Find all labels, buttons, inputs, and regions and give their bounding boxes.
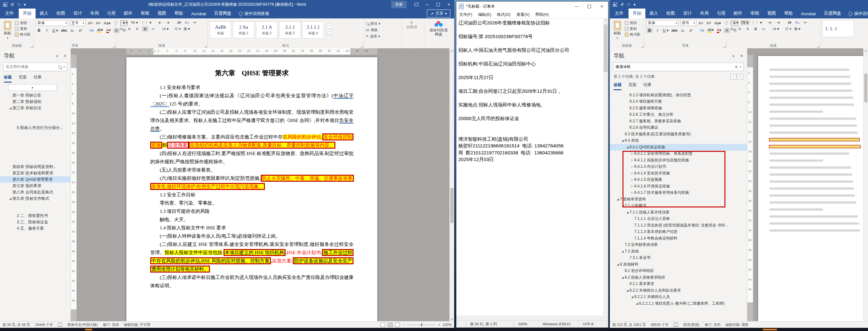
word-count[interactable]: 26449 个字	[35, 323, 53, 327]
collapse-icon[interactable]: ◢	[625, 211, 629, 214]
menu-item-3[interactable]: 查看(V)	[514, 12, 533, 18]
clipboard-dialog-launcher[interactable]	[30, 45, 33, 48]
tab-8[interactable]: 审阅	[746, 8, 763, 19]
proofing-icon[interactable]	[58, 323, 62, 327]
nav-item[interactable]: 7.1.1.3 基本存款账户信息	[610, 229, 747, 235]
nav-item[interactable]: 第四章 招标说明及资料...	[0, 163, 70, 170]
text-effects-button[interactable]: A▾	[699, 28, 705, 33]
nav-item[interactable]: 4 五、服务方案	[0, 225, 70, 232]
font-size-combo[interactable]: 五号▾	[70, 20, 86, 26]
collapse-icon[interactable]: ◢	[8, 197, 12, 200]
underline-button[interactable]: U ▾	[662, 28, 669, 33]
collapse-icon[interactable]: ◢	[625, 289, 629, 292]
tab-3[interactable]: 绘图	[662, 8, 679, 19]
zoom-level[interactable]: 100%	[443, 323, 452, 327]
align-left-button[interactable]: ≡	[728, 26, 735, 31]
accessibility-indicator[interactable]: 辅助功能: 不可用	[124, 323, 150, 327]
tab-file[interactable]: 文件	[0, 8, 19, 19]
styles-up-button[interactable]: ˄	[327, 24, 332, 29]
document-page[interactable]	[758, 56, 863, 322]
tab-6[interactable]: 引用	[713, 8, 730, 19]
tell-me-search[interactable]: 操作说明搜索	[845, 11, 868, 19]
maximize-button[interactable]	[433, 0, 443, 9]
multilevel-list-button[interactable]: ⋮⋮ ▾	[751, 20, 763, 25]
tab-9[interactable]: 视图	[153, 8, 170, 19]
nav-pane-close-icon[interactable]: ✕	[64, 54, 67, 58]
highlight-color-button[interactable]: ab▾	[707, 27, 714, 33]
style-card[interactable]: AaBb标题	[210, 21, 231, 38]
tab-12[interactable]: 百度网盘	[820, 8, 845, 19]
strikethrough-button[interactable]: abc	[671, 28, 678, 33]
styles-more-button[interactable]: ≡	[327, 35, 332, 40]
increase-indent-button[interactable]: ⇥	[165, 20, 171, 25]
menu-item-4[interactable]: 帮助(H)	[532, 12, 551, 18]
tab-10[interactable]: 帮助	[170, 8, 187, 19]
tab-6[interactable]: 引用	[103, 8, 120, 19]
nav-item[interactable]: ◢7.3 其他	[610, 248, 747, 255]
styles-down-button[interactable]: ˅	[327, 29, 332, 34]
tell-me-search[interactable]: 操作说明搜索	[236, 11, 273, 19]
scrollbar-thumb[interactable]	[604, 25, 608, 72]
numbering-button[interactable]: ⅟≡ ▾	[740, 20, 749, 25]
copy-button[interactable]: 复制	[625, 26, 640, 31]
collapse-icon[interactable]: ◢	[635, 302, 639, 305]
font-name-combo[interactable]: 宋体▾	[646, 20, 679, 26]
asian-layout-button[interactable]: ᴀ̂▾	[176, 20, 182, 25]
nav-item[interactable]: ◢8.2.2.1 关键岗位人员	[610, 294, 747, 301]
expand-icon[interactable]: ▷	[630, 159, 634, 162]
highlight-color-button[interactable]: ab▾	[96, 27, 103, 33]
zoom-slider[interactable]	[407, 325, 435, 325]
share-button[interactable]: ⇗共享 ▾	[427, 9, 451, 18]
tab-11[interactable]: Acrobat	[187, 9, 210, 19]
align-left-button[interactable]: ≡	[118, 26, 124, 31]
bullets-button[interactable]: ⋮≡ ▾	[728, 20, 739, 25]
language-indicator[interactable]: 英语(美国)	[683, 323, 700, 327]
nav-item[interactable]: ◢第三章 评标办法	[0, 105, 70, 111]
tab-file[interactable]: 文件	[610, 8, 628, 19]
numbering-button[interactable]: ⅟≡ ▾	[130, 20, 138, 25]
scrollbar-thumb[interactable]	[864, 74, 867, 102]
clear-search-icon[interactable]: ✕	[735, 65, 738, 69]
show-marks-button[interactable]: ↵	[802, 20, 809, 25]
print-layout-icon[interactable]	[388, 323, 393, 327]
nav-search-input[interactable]: 在文档中搜索 ▾	[3, 63, 67, 71]
proofing-icon[interactable]	[674, 323, 678, 327]
borders-button[interactable]: ⊞ ▾	[794, 26, 801, 31]
italic-button[interactable]: I	[654, 28, 661, 33]
increase-indent-button[interactable]: ⇥	[775, 20, 782, 25]
nav-tab-2[interactable]: 结果	[34, 74, 41, 83]
bold-button[interactable]: B	[646, 28, 653, 33]
sign-in-button[interactable]: 登录	[391, 1, 406, 8]
nav-top-item[interactable]: ▲	[8, 84, 57, 91]
redo-icon[interactable]: ↻	[17, 3, 21, 7]
nav-item[interactable]: ◢7.1.1 投标人基本情况表	[610, 209, 747, 216]
nav-item[interactable]: 3 三、投标保证金	[0, 219, 70, 225]
nav-item[interactable]: 第一章 招标公告	[0, 92, 70, 98]
vertical-ruler[interactable]: 2468101214161820222426283032343638404244…	[71, 55, 76, 322]
expand-icon[interactable]: ▷	[630, 191, 634, 194]
nav-item[interactable]: 7.1.1.1 企业法人资格	[610, 216, 747, 222]
tab-2[interactable]: 插入	[36, 8, 53, 19]
qat-customize-icon[interactable]: ▾	[24, 3, 26, 7]
document-page[interactable]: 第六章 QHSE 管理要求 1.1 安全标准与要求(一)投标人遵循国家法律法规以…	[126, 57, 377, 322]
superscript-button[interactable]: x²	[688, 28, 694, 33]
ribbon-display-options-button[interactable]	[411, 0, 422, 9]
bold-button[interactable]: B	[36, 28, 42, 33]
collapse-icon[interactable]: ◢	[621, 204, 625, 207]
style-card[interactable]: 2 Aa标题 1	[233, 21, 254, 38]
underline-button[interactable]: U ▾	[52, 28, 59, 33]
bullets-button[interactable]: ⋮≡ ▾	[118, 20, 128, 25]
save-to-baidu-button[interactable]: 保存到百度网盘	[426, 20, 451, 43]
next-result-button[interactable]: ˅	[737, 74, 743, 80]
nav-pane-options-icon[interactable]: ∨	[732, 54, 735, 58]
track-changes-indicator[interactable]: 修订: 关闭	[705, 323, 720, 327]
font-dialog-launcher[interactable]	[723, 45, 726, 48]
style-card[interactable]: 2.1 A标题 2	[256, 21, 278, 38]
tab-1[interactable]: 开始	[628, 8, 645, 19]
tab-5[interactable]: 布局	[86, 8, 103, 19]
vertical-ruler[interactable]: 2468101214161820222426283032343638404244…	[747, 55, 753, 322]
font-color-button[interactable]: A▾	[105, 28, 112, 33]
collapse-icon[interactable]: ◢	[621, 276, 625, 279]
nav-tab-0[interactable]: 标题	[4, 74, 12, 83]
tab-9[interactable]: 视图	[763, 8, 780, 19]
